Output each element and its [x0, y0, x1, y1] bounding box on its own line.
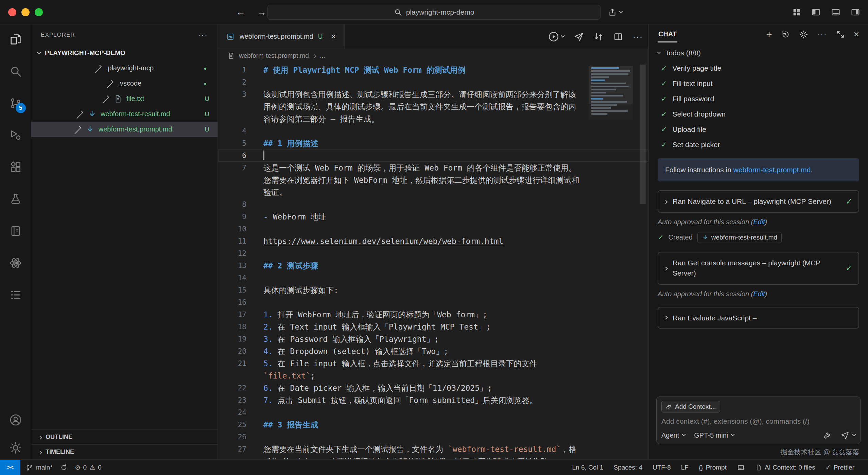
split-editor-icon[interactable] — [613, 32, 623, 42]
tree-item[interactable]: webform-test-result.md U — [31, 106, 218, 122]
message-file-link[interactable]: webform-test.prompt.md — [733, 166, 811, 174]
editor-line[interactable]: 12 — [218, 247, 648, 260]
atom-extension-icon[interactable] — [7, 255, 24, 271]
explorer-root-folder[interactable]: PLAYWRIGHT-MCP-DEMO — [31, 46, 218, 60]
encoding-item[interactable]: UTF-8 — [653, 464, 671, 471]
editor-line[interactable]: 13 ## 2 测试步骤 — [218, 260, 648, 272]
editor-line[interactable]: 22 6. 在 Date picker 输入框，输入当前日期「11/03/202… — [218, 382, 648, 394]
tree-item[interactable]: .vscode ● — [31, 76, 218, 91]
command-center-search[interactable]: playwright-mcp-demo — [267, 5, 601, 20]
chat-conversation[interactable]: Todos (8/8) ✓ Verify page title ✓ Fill t… — [649, 44, 868, 392]
language-mode-item[interactable]: {} Prompt — [699, 464, 727, 471]
search-view-icon[interactable] — [7, 63, 24, 80]
run-debug-view-icon[interactable] — [7, 127, 24, 143]
editor-line[interactable]: 17 1. 打开 WebForm 地址后，验证网页的标题为「Web form」; — [218, 309, 648, 321]
chat-history-icon[interactable] — [781, 30, 790, 39]
explorer-more-actions-icon[interactable]: ··· — [198, 31, 208, 39]
ai-context-item[interactable]: AI Context: 0 files — [755, 464, 815, 471]
timeline-section-header[interactable]: TIMELINE — [31, 444, 218, 459]
editor-line[interactable]: 10 — [218, 223, 648, 235]
edit-link[interactable]: Edit — [753, 218, 765, 226]
editor-line[interactable]: 24 — [218, 406, 648, 419]
send-to-chat-icon[interactable] — [574, 32, 584, 42]
editor-line[interactable]: 16 — [218, 296, 648, 309]
editor-line[interactable]: 1 # 使用 Playwright MCP 测试 Web Form 的测试用例 — [218, 64, 648, 76]
editor-line[interactable]: 25 ## 3 报告生成 — [218, 419, 648, 431]
created-file-chip[interactable]: webform-test-result.md — [697, 232, 782, 243]
editor-line[interactable]: 27 您需要在当前文件夹下生成一个测试报告，文件名为 `webform-test… — [218, 443, 648, 459]
editor-line[interactable]: 9 - WebForm 地址 — [218, 211, 648, 223]
chat-input-box[interactable]: Add Context... Add context (#), extensio… — [656, 397, 861, 444]
editor-line[interactable]: 11 https://www.selenium.dev/selenium/web… — [218, 235, 648, 247]
toggle-secondary-sidebar-icon[interactable] — [850, 7, 861, 17]
editor-line[interactable]: 3 该测试用例包含用例描述、测试步骤和报告生成三部分。请仔细阅读前两部分来分别了… — [218, 88, 648, 125]
toggle-primary-sidebar-icon[interactable] — [811, 7, 821, 17]
accounts-icon[interactable] — [7, 412, 24, 428]
tool-call-navigate[interactable]: Ran Navigate to a URL – playwright (MCP … — [658, 190, 859, 213]
chat-panel-title[interactable]: CHAT — [658, 26, 677, 42]
close-tab-icon[interactable]: × — [331, 31, 336, 42]
editor-more-actions-icon[interactable]: ··· — [633, 33, 643, 41]
tree-item[interactable]: webform-test.prompt.md U — [31, 122, 218, 137]
breadcrumb-section[interactable]: ... — [320, 52, 325, 59]
explorer-view-icon[interactable] — [7, 31, 24, 48]
tool-call-evaluate[interactable]: Ran Evaluate JavaScript – — [658, 307, 859, 329]
layout-share-button[interactable] — [608, 0, 622, 24]
close-window-button[interactable] — [8, 8, 16, 16]
close-panel-icon[interactable]: × — [854, 30, 859, 39]
settings-gear-icon[interactable] — [7, 440, 24, 456]
testing-view-icon[interactable] — [7, 191, 24, 207]
formatter-item[interactable]: ✓ Prettier — [826, 463, 854, 471]
mode-dropdown[interactable]: Agent — [661, 432, 685, 439]
breadcrumb-file[interactable]: webform-test.prompt.md — [239, 52, 309, 59]
editor-line[interactable]: 8 — [218, 198, 648, 211]
tab-webform-test-prompt[interactable]: webform-test.prompt.md U × — [218, 24, 345, 49]
editor-scrollbar[interactable] — [640, 65, 646, 204]
editor-line[interactable]: 15 具体的测试步骤如下: — [218, 284, 648, 296]
sync-icon[interactable] — [60, 464, 68, 471]
todos-header[interactable]: Todos (8/8) — [658, 46, 859, 60]
editor-line[interactable]: 7 这是一个测试 Web Form 的场景，用于验证 Web Form 的各个组… — [218, 162, 648, 198]
run-prompt-button[interactable] — [548, 31, 564, 42]
editor-line[interactable]: 26 — [218, 431, 648, 443]
editor-line[interactable]: 4 — [218, 125, 648, 137]
add-context-button[interactable]: Add Context... — [661, 401, 720, 412]
navigate-forward-button[interactable]: → — [257, 7, 266, 18]
maximize-panel-icon[interactable] — [836, 30, 845, 39]
remote-indicator[interactable]: >< — [0, 460, 20, 475]
problems-item[interactable]: ⊘ 0 ⚠ 0 — [75, 463, 102, 471]
tree-item[interactable]: file.txt U — [31, 91, 218, 106]
customize-layout-icon[interactable] — [792, 7, 801, 17]
editor-line[interactable]: 21 5. 在 File input 输入框，点击选择文件，并选定当前工程根目录… — [218, 357, 648, 382]
eol-item[interactable]: LF — [681, 464, 689, 471]
editor-line[interactable]: 5 ## 1 用例描述 — [218, 137, 648, 149]
extensions-view-icon[interactable] — [7, 159, 24, 175]
new-chat-icon[interactable]: + — [766, 29, 772, 39]
breadcrumb[interactable]: webform-test.prompt.md ... — [218, 49, 648, 63]
indentation-item[interactable]: Spaces: 4 — [613, 464, 642, 471]
editor-line[interactable]: 6 — [218, 149, 648, 162]
compare-icon[interactable] — [593, 32, 604, 42]
outline-section-header[interactable]: OUTLINE — [31, 429, 218, 444]
notebook-view-icon[interactable] — [7, 223, 24, 239]
tools-icon[interactable] — [823, 431, 832, 440]
editor-pane[interactable]: 1 # 使用 Playwright MCP 测试 Web Form 的测试用例 … — [218, 63, 648, 459]
tree-item[interactable]: .playwright-mcp ● — [31, 60, 218, 76]
zoom-window-button[interactable] — [35, 8, 43, 16]
editor-line[interactable]: 23 7. 点击 Submit 按钮，确认页面返回「Form submitted… — [218, 394, 648, 406]
editor-line[interactable]: 14 — [218, 272, 648, 284]
chat-settings-gear-icon[interactable] — [799, 30, 808, 39]
tool-call-console[interactable]: Ran Get console messages – playwright (M… — [658, 252, 859, 285]
cursor-position-item[interactable]: Ln 6, Col 1 — [572, 464, 604, 471]
source-control-view-icon[interactable]: 5 — [7, 95, 24, 111]
minimap[interactable] — [589, 66, 633, 120]
editor-line[interactable]: 19 3. 在 Password 输入框输入「Playwright」; — [218, 333, 648, 345]
model-dropdown[interactable]: GPT-5 mini — [694, 432, 734, 439]
toggle-panel-icon[interactable] — [831, 7, 841, 17]
chat-input-field[interactable]: Add context (#), extensions (@), command… — [661, 417, 855, 425]
chat-more-actions-icon[interactable]: ··· — [817, 30, 827, 38]
editor-line[interactable]: 18 2. 在 Text input 输入框输入「Playwright MCP … — [218, 321, 648, 333]
code-area[interactable]: 1 # 使用 Playwright MCP 测试 Web Form 的测试用例 … — [218, 64, 648, 459]
edit-link[interactable]: Edit — [753, 290, 765, 298]
git-branch-item[interactable]: main* — [26, 464, 53, 471]
